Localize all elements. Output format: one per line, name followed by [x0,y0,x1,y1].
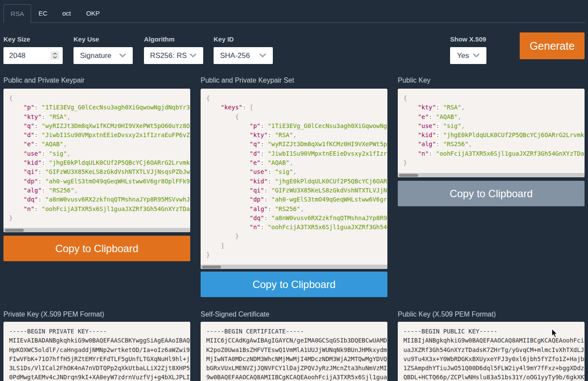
tabbar-divider [3,22,585,23]
tab-okp[interactable]: OKP [79,4,107,22]
scrollbar-thumb[interactable] [5,229,24,232]
horizontal-scrollbar[interactable] [3,228,190,232]
keypair-code-block: { "p": "1TiE3EVg_G0lCecNsu3agh0XiGqwowNg… [3,89,190,232]
scrollbar-thumb[interactable] [202,266,221,269]
horizontal-scrollbar[interactable] [201,265,387,269]
key-size-stepper[interactable] [51,51,59,60]
key-id-value: SHA-256 [220,47,250,64]
chevron-down-icon [259,54,266,58]
spinner-arrows-icon [53,53,57,58]
copy-keypair-set-button[interactable]: Copy to Clipboard [201,272,387,297]
copy-public-key-button[interactable]: Copy to Clipboard [398,181,585,206]
key-use-label: Key Use [74,35,99,42]
section-title-certificate: Self-Signed Certificate [201,311,269,317]
algorithm-label: Algorithm [144,35,175,42]
section-title-keypair: Public and Private Keypair [3,77,85,83]
section-title-private-pem: Private Key (X.509 PEM Format) [3,311,104,317]
key-size-label: Key Size [3,35,30,42]
horizontal-scrollbar[interactable] [398,173,585,177]
tab-rsa[interactable]: RSA [3,4,31,23]
chevron-down-icon [119,54,126,58]
scrollbar-thumb[interactable] [399,174,418,177]
chevron-down-icon [190,54,196,58]
key-id-label: Key ID [214,35,234,42]
copy-keypair-button[interactable]: Copy to Clipboard [3,236,190,261]
key-size-value: 2048 [9,47,26,64]
page: RSA EC oct OKP Key Size Key Use Algorith… [0,0,588,381]
key-use-value: Signature [80,47,112,64]
show-x509-select[interactable]: Yes [450,47,486,64]
algorithm-value: RS256: RSASSA-PKCS1-v1_5 using SHA-256 [150,47,186,64]
public-key-code-block: { "kty": "RSA", "e": "AQAB", "use": "sig… [398,89,585,177]
section-title-public-pem: Public Key (X.509 PEM Format) [398,311,496,317]
generate-button[interactable]: Generate [520,32,585,59]
keypair-set-code-block: { "keys": [ { "p": "1TiE3EVg_G0lCecNsu3a… [201,89,387,269]
mouse-cursor [551,328,558,339]
section-title-public-key: Public Key [398,77,431,83]
key-use-select[interactable]: Signature [74,47,133,64]
section-title-keypair-set: Public and Private Keypair Set [201,77,294,83]
show-x509-label: Show X.509 [450,35,486,42]
key-id-select[interactable]: SHA-256 [214,47,273,64]
algorithm-select[interactable]: RS256: RSASSA-PKCS1-v1_5 using SHA-256 [144,47,203,64]
certificate-code-block: -----BEGIN CERTIFICATE----- MIIC6jCCAdKg… [201,322,387,381]
show-x509-value: Yes [457,47,469,64]
tab-oct[interactable]: oct [55,4,78,22]
chevron-down-icon [473,54,479,58]
key-size-input[interactable]: 2048 [3,47,63,64]
tab-ec[interactable]: EC [32,4,54,22]
private-pem-code-block: -----BEGIN PRIVATE KEY----- MIIEvAIBADAN… [3,322,190,381]
